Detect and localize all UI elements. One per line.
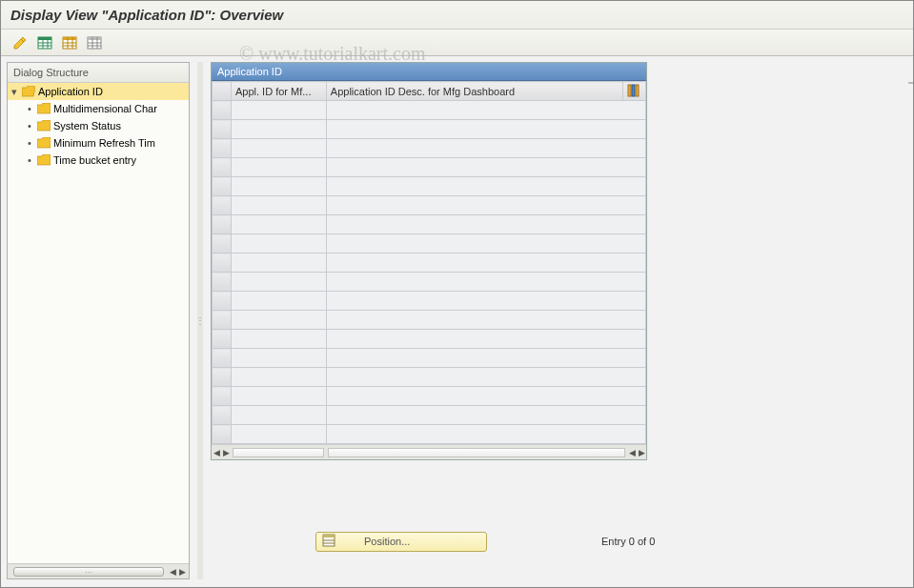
table-row[interactable] bbox=[213, 101, 646, 120]
cell-desc[interactable] bbox=[326, 406, 645, 425]
row-selector[interactable] bbox=[213, 387, 232, 406]
position-button[interactable]: Position... bbox=[315, 532, 487, 552]
row-selector[interactable] bbox=[213, 273, 232, 292]
cell-desc[interactable] bbox=[326, 387, 645, 406]
cell-appl-id[interactable] bbox=[231, 215, 326, 234]
cell-appl-id[interactable] bbox=[231, 368, 326, 387]
cell-appl-id[interactable] bbox=[231, 177, 326, 196]
cell-appl-id[interactable] bbox=[231, 387, 326, 406]
table-row[interactable] bbox=[213, 158, 646, 177]
cell-desc[interactable] bbox=[326, 177, 645, 196]
tree-item-time-bucket[interactable]: • Time bucket entry bbox=[8, 152, 189, 169]
row-selector[interactable] bbox=[213, 330, 232, 349]
table-row[interactable] bbox=[213, 120, 646, 139]
cell-desc[interactable] bbox=[326, 292, 645, 311]
cell-desc[interactable] bbox=[326, 273, 645, 292]
cell-appl-id[interactable] bbox=[231, 158, 326, 177]
cell-appl-id[interactable] bbox=[231, 253, 326, 273]
sidebar-hscrollbar[interactable]: ⋯ ◀ ▶ bbox=[8, 563, 189, 578]
cell-desc[interactable] bbox=[326, 101, 645, 120]
scroll-right-icon[interactable]: ▶ bbox=[177, 567, 187, 577]
cell-appl-id[interactable] bbox=[231, 349, 326, 368]
splitter-handle[interactable]: ⋮ bbox=[197, 62, 203, 579]
cell-appl-id[interactable] bbox=[231, 425, 326, 444]
cell-desc[interactable] bbox=[326, 196, 645, 215]
grid-vscrollbar[interactable]: ▲ ▲ ▼ bbox=[908, 82, 914, 84]
row-selector[interactable] bbox=[213, 120, 232, 139]
row-selector[interactable] bbox=[213, 158, 232, 177]
pencil-icon[interactable] bbox=[10, 34, 30, 51]
cell-appl-id[interactable] bbox=[231, 406, 326, 425]
cell-desc[interactable] bbox=[326, 120, 645, 139]
table-row[interactable] bbox=[213, 387, 646, 406]
tree-root-application-id[interactable]: ▾ Application ID bbox=[8, 83, 189, 100]
row-selector[interactable] bbox=[213, 368, 232, 387]
cell-desc[interactable] bbox=[326, 158, 645, 177]
grid-hscrollbar[interactable]: ◀ ▶ ◀ ▶ bbox=[212, 444, 646, 459]
table-row[interactable] bbox=[213, 177, 646, 196]
tree-item-minimum-refresh[interactable]: • Minimum Refresh Tim bbox=[8, 134, 189, 152]
cell-desc[interactable] bbox=[326, 311, 645, 330]
hscroll-track[interactable] bbox=[328, 448, 625, 457]
column-header-appl-id[interactable]: Appl. ID for Mf... bbox=[231, 82, 326, 101]
row-selector[interactable] bbox=[213, 311, 232, 330]
cell-appl-id[interactable] bbox=[231, 292, 326, 311]
table-yellow-icon[interactable] bbox=[60, 34, 79, 51]
row-selector[interactable] bbox=[213, 253, 232, 273]
row-selector-header[interactable] bbox=[213, 82, 232, 101]
table-row[interactable] bbox=[213, 253, 646, 273]
scroll-right-icon[interactable]: ▶ bbox=[221, 448, 231, 457]
hscroll-thumb[interactable]: ⋯ bbox=[13, 567, 164, 577]
column-header-desc[interactable]: Application ID Desc. for Mfg Dashboard bbox=[326, 82, 622, 101]
table-row[interactable] bbox=[213, 425, 646, 444]
table-row[interactable] bbox=[213, 292, 646, 311]
column-config-button[interactable] bbox=[622, 82, 645, 101]
row-selector[interactable] bbox=[213, 292, 232, 311]
cell-desc[interactable] bbox=[326, 425, 645, 444]
scroll-down-icon[interactable]: ▼ bbox=[909, 100, 914, 109]
collapse-icon[interactable]: ▾ bbox=[10, 86, 19, 98]
cell-appl-id[interactable] bbox=[231, 311, 326, 330]
scroll-up-icon[interactable]: ▲ bbox=[909, 91, 914, 100]
cell-desc[interactable] bbox=[326, 139, 645, 158]
scroll-left-icon[interactable]: ◀ bbox=[212, 448, 221, 457]
cell-desc[interactable] bbox=[326, 253, 645, 273]
row-selector[interactable] bbox=[213, 139, 232, 158]
tree-item-system-status[interactable]: • System Status bbox=[8, 117, 189, 134]
table-row[interactable] bbox=[213, 368, 646, 387]
cell-appl-id[interactable] bbox=[231, 196, 326, 215]
row-selector[interactable] bbox=[213, 101, 232, 120]
table-row[interactable] bbox=[213, 330, 646, 349]
scroll-left-icon[interactable]: ◀ bbox=[168, 567, 177, 577]
row-selector[interactable] bbox=[213, 406, 232, 425]
table-row[interactable] bbox=[213, 234, 646, 253]
table-row[interactable] bbox=[213, 215, 646, 234]
table-plain-icon[interactable] bbox=[85, 34, 104, 51]
table-row[interactable] bbox=[213, 196, 646, 215]
scroll-left-icon[interactable]: ◀ bbox=[627, 448, 637, 457]
scroll-right-icon[interactable]: ▶ bbox=[637, 448, 646, 457]
table-row[interactable] bbox=[213, 349, 646, 368]
hscroll-track[interactable] bbox=[233, 448, 324, 457]
table-row[interactable] bbox=[213, 273, 646, 292]
cell-appl-id[interactable] bbox=[231, 139, 326, 158]
row-selector[interactable] bbox=[213, 349, 232, 368]
row-selector[interactable] bbox=[213, 215, 232, 234]
table-row[interactable] bbox=[213, 311, 646, 330]
cell-appl-id[interactable] bbox=[231, 120, 326, 139]
row-selector[interactable] bbox=[213, 234, 232, 253]
cell-appl-id[interactable] bbox=[231, 273, 326, 292]
cell-desc[interactable] bbox=[326, 215, 645, 234]
cell-appl-id[interactable] bbox=[231, 101, 326, 120]
cell-desc[interactable] bbox=[326, 330, 645, 349]
row-selector[interactable] bbox=[213, 196, 232, 215]
cell-appl-id[interactable] bbox=[231, 330, 326, 349]
cell-desc[interactable] bbox=[326, 349, 645, 368]
cell-appl-id[interactable] bbox=[231, 234, 326, 253]
cell-desc[interactable] bbox=[326, 234, 645, 253]
table-row[interactable] bbox=[213, 406, 646, 425]
cell-desc[interactable] bbox=[326, 368, 645, 387]
tree-item-multidimensional[interactable]: • Multidimensional Char bbox=[8, 100, 189, 117]
scroll-up-icon[interactable]: ▲ bbox=[909, 83, 914, 91]
row-selector[interactable] bbox=[213, 177, 232, 196]
